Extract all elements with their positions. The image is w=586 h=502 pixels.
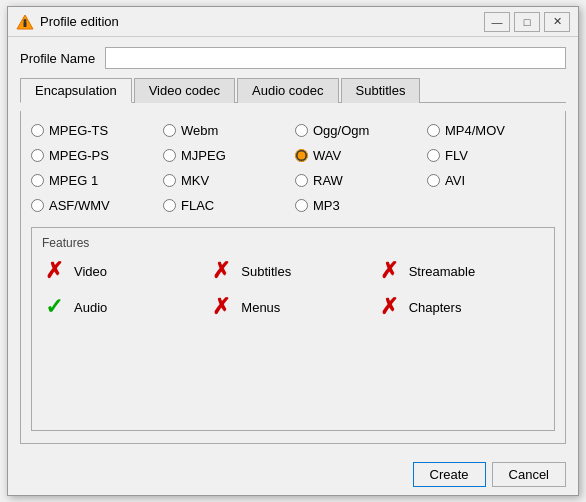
radio-mp3[interactable] <box>295 199 308 212</box>
radio-label-raw[interactable]: RAW <box>313 173 343 188</box>
profile-name-row: Profile Name <box>20 47 566 69</box>
radio-wav[interactable] <box>295 149 308 162</box>
radio-item-avi[interactable]: AVI <box>427 173 555 188</box>
radio-label-avi[interactable]: AVI <box>445 173 465 188</box>
radio-webm[interactable] <box>163 124 176 137</box>
features-title: Features <box>42 236 544 250</box>
radio-item-asfwmv[interactable]: ASF/WMV <box>31 198 159 213</box>
radio-item-mpeg1[interactable]: MPEG 1 <box>31 173 159 188</box>
radio-label-flac[interactable]: FLAC <box>181 198 214 213</box>
radio-avi[interactable] <box>427 174 440 187</box>
radio-flv[interactable] <box>427 149 440 162</box>
radio-item-mp4mov[interactable]: MP4/MOV <box>427 123 555 138</box>
minimize-button[interactable]: — <box>484 12 510 32</box>
radio-label-mp3[interactable]: MP3 <box>313 198 340 213</box>
radio-asfwmv[interactable] <box>31 199 44 212</box>
features-box: Features ✗Video✗Subtitles✗Streamable✓Aud… <box>31 227 555 431</box>
radio-label-mpeg-ps[interactable]: MPEG-PS <box>49 148 109 163</box>
titlebar-left: Profile edition <box>16 13 119 31</box>
radio-label-asfwmv[interactable]: ASF/WMV <box>49 198 110 213</box>
feature-item-subtitles: ✗Subtitles <box>209 260 376 282</box>
feature-label-video: Video <box>74 264 107 279</box>
feature-item-chapters: ✗Chapters <box>377 296 544 318</box>
radio-item-webm[interactable]: Webm <box>163 123 291 138</box>
radio-label-flv[interactable]: FLV <box>445 148 468 163</box>
feature-icon-streamable: ✗ <box>377 260 401 282</box>
feature-label-streamable: Streamable <box>409 264 475 279</box>
radio-item-flv[interactable]: FLV <box>427 148 555 163</box>
feature-label-chapters: Chapters <box>409 300 462 315</box>
feature-label-audio: Audio <box>74 300 107 315</box>
radio-item-mp3[interactable]: MP3 <box>295 198 423 213</box>
radio-label-wav[interactable]: WAV <box>313 148 341 163</box>
radio-flac[interactable] <box>163 199 176 212</box>
radio-mkv[interactable] <box>163 174 176 187</box>
radio-label-mkv[interactable]: MKV <box>181 173 209 188</box>
create-button[interactable]: Create <box>413 462 486 487</box>
radio-mpeg-ts[interactable] <box>31 124 44 137</box>
tab-audio-codec[interactable]: Audio codec <box>237 78 339 103</box>
feature-icon-subtitles: ✗ <box>209 260 233 282</box>
radio-item-mkv[interactable]: MKV <box>163 173 291 188</box>
feature-item-streamable: ✗Streamable <box>377 260 544 282</box>
tab-video-codec[interactable]: Video codec <box>134 78 235 103</box>
encapsulation-tab-content: MPEG-TSWebmOgg/OgmMP4/MOVMPEG-PSMJPEGWAV… <box>20 111 566 444</box>
feature-icon-chapters: ✗ <box>377 296 401 318</box>
titlebar: Profile edition — □ ✕ <box>8 7 578 37</box>
feature-item-menus: ✗Menus <box>209 296 376 318</box>
maximize-button[interactable]: □ <box>514 12 540 32</box>
radio-mpeg-ps[interactable] <box>31 149 44 162</box>
tab-subtitles[interactable]: Subtitles <box>341 78 421 103</box>
radio-item-mpeg-ts[interactable]: MPEG-TS <box>31 123 159 138</box>
titlebar-controls: — □ ✕ <box>484 12 570 32</box>
footer: Create Cancel <box>8 454 578 495</box>
radio-label-mjpeg[interactable]: MJPEG <box>181 148 226 163</box>
vlc-icon <box>16 13 34 31</box>
profile-name-input[interactable] <box>105 47 566 69</box>
feature-icon-menus: ✗ <box>209 296 233 318</box>
feature-icon-audio: ✓ <box>42 296 66 318</box>
main-window: Profile edition — □ ✕ Profile Name Encap… <box>7 6 579 496</box>
radio-ogg[interactable] <box>295 124 308 137</box>
content-area: Profile Name Encapsulation Video codec A… <box>8 37 578 454</box>
close-button[interactable]: ✕ <box>544 12 570 32</box>
encapsulation-options: MPEG-TSWebmOgg/OgmMP4/MOVMPEG-PSMJPEGWAV… <box>31 123 555 213</box>
radio-item-flac[interactable]: FLAC <box>163 198 291 213</box>
radio-label-mp4mov[interactable]: MP4/MOV <box>445 123 505 138</box>
feature-label-subtitles: Subtitles <box>241 264 291 279</box>
radio-mp4mov[interactable] <box>427 124 440 137</box>
svg-rect-1 <box>24 22 27 27</box>
radio-item-wav[interactable]: WAV <box>295 148 423 163</box>
radio-item-ogg[interactable]: Ogg/Ogm <box>295 123 423 138</box>
feature-label-menus: Menus <box>241 300 280 315</box>
feature-item-audio: ✓Audio <box>42 296 209 318</box>
radio-mpeg1[interactable] <box>31 174 44 187</box>
profile-name-label: Profile Name <box>20 51 95 66</box>
feature-icon-video: ✗ <box>42 260 66 282</box>
radio-item-mjpeg[interactable]: MJPEG <box>163 148 291 163</box>
features-grid: ✗Video✗Subtitles✗Streamable✓Audio✗Menus✗… <box>42 260 544 318</box>
tabs-bar: Encapsulation Video codec Audio codec Su… <box>20 77 566 103</box>
radio-label-mpeg-ts[interactable]: MPEG-TS <box>49 123 108 138</box>
radio-raw[interactable] <box>295 174 308 187</box>
radio-mjpeg[interactable] <box>163 149 176 162</box>
tab-encapsulation[interactable]: Encapsulation <box>20 78 132 103</box>
svg-point-2 <box>24 19 27 22</box>
radio-item-mpeg-ps[interactable]: MPEG-PS <box>31 148 159 163</box>
radio-label-mpeg1[interactable]: MPEG 1 <box>49 173 98 188</box>
window-title: Profile edition <box>40 14 119 29</box>
radio-item-raw[interactable]: RAW <box>295 173 423 188</box>
cancel-button[interactable]: Cancel <box>492 462 566 487</box>
radio-label-webm[interactable]: Webm <box>181 123 218 138</box>
radio-label-ogg[interactable]: Ogg/Ogm <box>313 123 369 138</box>
feature-item-video: ✗Video <box>42 260 209 282</box>
